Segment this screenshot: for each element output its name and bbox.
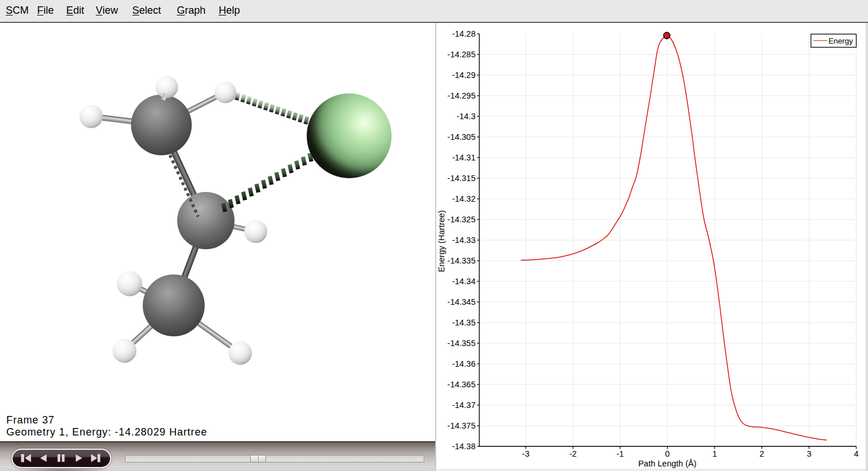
svg-text:-1: -1	[616, 449, 624, 458]
svg-text:-3: -3	[522, 449, 530, 458]
svg-text:1: 1	[712, 449, 717, 458]
svg-text:-14.375: -14.375	[447, 421, 475, 430]
svg-text:Energy (Hartree): Energy (Hartree)	[437, 210, 446, 272]
svg-text:-14.315: -14.315	[447, 174, 475, 183]
svg-text:-14.33: -14.33	[452, 236, 475, 245]
svg-text:-14.3: -14.3	[456, 112, 475, 121]
svg-text:-14.31: -14.31	[452, 153, 475, 162]
svg-text:3: 3	[807, 449, 811, 458]
svg-text:-14.29: -14.29	[452, 70, 475, 80]
svg-text:-14.34: -14.34	[452, 277, 475, 286]
svg-text:-14.36: -14.36	[452, 359, 475, 368]
svg-text:-14.35: -14.35	[452, 318, 475, 327]
svg-text:-14.345: -14.345	[447, 297, 475, 307]
svg-text:Energy: Energy	[828, 37, 853, 45]
svg-text:-14.305: -14.305	[447, 132, 475, 142]
svg-text:2: 2	[760, 449, 764, 458]
svg-text:-14.38: -14.38	[452, 442, 475, 451]
svg-text:-2: -2	[569, 449, 577, 458]
svg-text:-14.285: -14.285	[447, 50, 475, 59]
svg-text:-14.28: -14.28	[452, 29, 475, 38]
svg-text:0: 0	[665, 449, 670, 458]
svg-text:4: 4	[854, 449, 858, 458]
svg-text:-14.37: -14.37	[452, 401, 475, 410]
svg-text:-14.295: -14.295	[447, 91, 475, 100]
svg-text:-14.325: -14.325	[447, 215, 475, 224]
svg-text:-14.355: -14.355	[447, 339, 475, 348]
svg-text:-14.335: -14.335	[447, 256, 475, 265]
svg-text:-14.32: -14.32	[452, 194, 475, 203]
svg-text:Path Length (Å): Path Length (Å)	[638, 459, 697, 468]
svg-text:-14.365: -14.365	[447, 380, 475, 389]
